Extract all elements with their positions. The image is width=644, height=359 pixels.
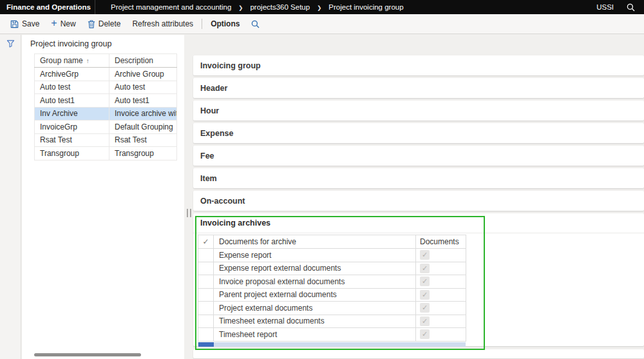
breadcrumb-page[interactable]: Project invoicing group	[328, 3, 403, 11]
fasttab-hour[interactable]: Hour	[193, 101, 644, 121]
invoicing-group-grid: Group name↑ Description ArchiveGrp Archi…	[34, 53, 177, 160]
table-row[interactable]: Project external documents ✓	[198, 302, 466, 315]
grid-header-row: Group name↑ Description	[35, 54, 177, 68]
column-header-documents[interactable]: Documents	[416, 235, 466, 249]
documents-checkbox[interactable]: ✓	[420, 277, 430, 286]
left-rail	[0, 35, 21, 359]
check-icon: ✓	[422, 291, 428, 298]
toolbar-search-icon[interactable]	[245, 14, 265, 34]
scrollbar-thumb[interactable]	[198, 342, 214, 347]
toolbar-divider	[202, 19, 202, 29]
grid-horizontal-scrollbar[interactable]	[198, 342, 466, 347]
plus-icon: +	[51, 18, 57, 28]
new-button[interactable]: + New	[45, 14, 81, 34]
check-icon: ✓	[202, 237, 209, 246]
options-menu[interactable]: Options	[205, 14, 245, 34]
column-header-documents-for-archive[interactable]: Documents for archive	[214, 235, 416, 249]
fasttab-on-account[interactable]: On-account	[193, 191, 644, 211]
delete-button[interactable]: Delete	[82, 14, 127, 34]
table-row[interactable]: Timesheet report ✓	[198, 328, 466, 342]
save-button[interactable]: Save	[5, 14, 45, 34]
table-row[interactable]: Invoice proposal external documents ✓	[198, 275, 466, 289]
check-icon: ✓	[422, 251, 428, 258]
breadcrumb-setup[interactable]: projects360 Setup	[250, 3, 310, 11]
fasttab-item[interactable]: Item	[193, 168, 644, 188]
horizontal-scrollbar[interactable]	[34, 353, 141, 356]
top-navigation-bar: Finance and Operations Project managemen…	[0, 0, 644, 14]
check-icon: ✓	[422, 304, 428, 311]
documents-checkbox[interactable]: ✓	[420, 303, 430, 313]
table-row[interactable]: Expense report external documents ✓	[198, 262, 466, 275]
page-title: Project invoicing group	[22, 35, 184, 48]
documents-checkbox[interactable]: ✓	[420, 329, 430, 339]
table-row[interactable]: Expense report ✓	[198, 249, 466, 262]
check-icon: ✓	[422, 318, 428, 325]
fasttab-invoicing-group[interactable]: Invoicing group	[193, 55, 644, 75]
app-name[interactable]: Finance and Operations	[0, 0, 95, 14]
check-icon: ✓	[422, 265, 428, 272]
chevron-right-icon: ❯	[317, 5, 321, 11]
company-picker[interactable]: USSI	[596, 3, 614, 11]
table-row[interactable]: Rsat Test Rsat Test	[35, 133, 177, 147]
table-row-selected[interactable]: Inv Archive Invoice archive with	[35, 107, 177, 121]
fasttab-fee[interactable]: Fee	[193, 146, 644, 166]
grid-header-row: ✓ Documents for archive Documents	[198, 235, 466, 249]
table-row[interactable]: Timesheet external documents ✓	[198, 315, 466, 328]
breadcrumb: Project management and accounting ❯ proj…	[111, 3, 404, 11]
action-pane: Save + New Delete Refresh attributes Opt…	[0, 14, 644, 34]
column-header-group-name[interactable]: Group name↑	[35, 54, 109, 68]
table-row[interactable]: Parent project external documents ✓	[198, 288, 466, 302]
fasttab-invoicing-archives: Invoicing archives ✓ Documents for archi…	[193, 213, 644, 346]
save-icon	[10, 20, 19, 28]
select-all-header[interactable]: ✓	[198, 235, 214, 249]
documents-checkbox[interactable]: ✓	[420, 316, 430, 326]
filter-icon[interactable]	[6, 39, 15, 48]
documents-checkbox[interactable]: ✓	[420, 250, 430, 260]
table-row[interactable]: Auto test1 Auto test1	[35, 94, 177, 108]
details-panel: Invoicing group Header Hour Expense Fee …	[185, 35, 644, 359]
column-header-description[interactable]: Description	[109, 54, 177, 68]
documents-checkbox[interactable]: ✓	[420, 264, 430, 273]
list-panel: Project invoicing group Group name↑ Desc…	[22, 35, 184, 359]
main-content: Project invoicing group Group name↑ Desc…	[0, 35, 644, 359]
documents-for-archive-grid: ✓ Documents for archive Documents Expens…	[198, 235, 466, 342]
fasttab-expense[interactable]: Expense	[193, 123, 644, 143]
section-partial[interactable]	[193, 349, 644, 358]
chevron-right-icon: ❯	[238, 5, 243, 11]
check-icon: ✓	[422, 278, 428, 285]
table-row[interactable]: InvoiceGrp Default Grouping	[35, 121, 177, 134]
section-title[interactable]: Invoicing archives	[193, 213, 644, 233]
global-search-icon[interactable]	[627, 3, 635, 12]
table-row[interactable]: ArchiveGrp Archive Group	[35, 68, 177, 81]
table-row[interactable]: Transgroup Transgroup	[35, 147, 177, 160]
documents-checkbox[interactable]: ✓	[420, 290, 430, 300]
breadcrumb-module[interactable]: Project management and accounting	[111, 3, 231, 11]
table-row[interactable]: Auto test Auto test	[35, 81, 177, 94]
sort-ascending-icon: ↑	[86, 57, 90, 64]
refresh-attributes-button[interactable]: Refresh attributes	[126, 14, 199, 34]
fasttab-header[interactable]: Header	[193, 78, 644, 98]
trash-icon	[88, 20, 95, 28]
check-icon: ✓	[422, 331, 428, 338]
